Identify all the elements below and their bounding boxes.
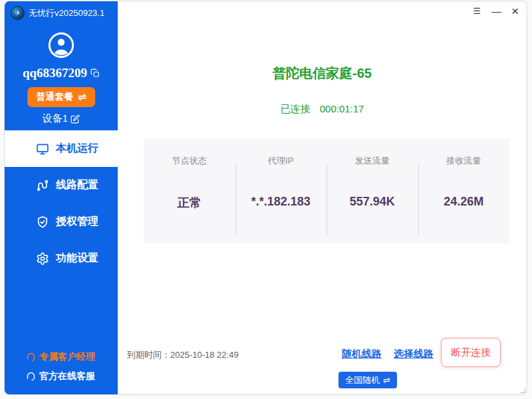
plan-label: 普通套餐: [36, 91, 73, 103]
swap-icon: ⇌: [383, 375, 390, 385]
line-links: 随机线路 选择线路: [342, 348, 434, 360]
disconnect-button[interactable]: 断开连接: [441, 338, 501, 367]
headset-icon: [26, 371, 36, 381]
monitor-icon: [36, 142, 49, 156]
username: qq68367209: [23, 66, 87, 80]
minimize-icon[interactable]: —: [491, 5, 501, 18]
footer-item-label: 专属客户经理: [39, 351, 95, 363]
stat-label: 节点状态: [144, 155, 235, 167]
sidebar-item-label: 本机运行: [56, 142, 98, 156]
swap-icon: ⇌: [78, 91, 86, 103]
stat-value: 557.94K: [327, 195, 418, 209]
sidebar-item-settings[interactable]: 功能设置: [5, 240, 118, 277]
app-brand: ✈ 无忧行v20250923.1: [11, 6, 104, 20]
connected-node-name: 普陀电信家庭-65: [118, 65, 527, 82]
stat-proxy-ip: 代理IP *.*.182.183: [235, 138, 327, 243]
stat-label: 发送流量: [327, 155, 418, 167]
plan-button[interactable]: 普通套餐 ⇌: [27, 87, 95, 107]
user-avatar-icon: [48, 32, 74, 59]
sidebar-item-local-run[interactable]: 本机运行: [5, 130, 118, 167]
sidebar-footer: 专属客户经理 官方在线客服: [5, 347, 118, 386]
username-row: qq68367209: [5, 66, 118, 80]
random-line-link[interactable]: 随机线路: [342, 348, 382, 360]
stat-label: 接收流量: [418, 155, 510, 167]
national-random-label: 全国随机: [345, 374, 380, 386]
app-window: ☰ — × ✈ 无忧行v20250923.1 qq68367209 普通套餐 ⇌: [4, 1, 527, 395]
sidebar-item-label: 线路配置: [56, 178, 98, 192]
route-icon: [36, 179, 49, 192]
status-label: 已连接: [281, 103, 311, 114]
gear-icon: [36, 252, 49, 265]
expiry-value: 2025-10-18 22:49: [170, 350, 239, 360]
main-panel: 普陀电信家庭-65 已连接 000:01:17 节点状态 正常 代理IP *.*…: [118, 1, 527, 394]
national-random-button[interactable]: 全国随机 ⇌: [338, 372, 397, 388]
stat-value: *.*.182.183: [235, 195, 327, 209]
select-line-link[interactable]: 选择线路: [394, 348, 434, 360]
connection-duration: 000:01:17: [320, 103, 364, 114]
stat-value: 正常: [144, 195, 235, 211]
app-title: 无忧行v20250923.1: [29, 7, 104, 19]
official-support-link[interactable]: 官方在线客服: [5, 366, 118, 386]
sidebar-item-line-config[interactable]: 线路配置: [5, 167, 118, 203]
headset-icon: [26, 352, 36, 362]
menu-icon[interactable]: ☰: [473, 5, 481, 18]
app-logo-icon: ✈: [11, 6, 25, 20]
vip-account-manager-link[interactable]: 专属客户经理: [5, 347, 118, 366]
sidebar: ✈ 无忧行v20250923.1 qq68367209 普通套餐 ⇌ 设备1: [5, 1, 118, 394]
window-controls: ☰ — ×: [473, 5, 519, 18]
expiry-time: 到期时间：2025-10-18 22:49: [127, 349, 239, 361]
stat-label: 代理IP: [235, 155, 327, 167]
stat-node-status: 节点状态 正常: [144, 138, 235, 243]
expiry-label: 到期时间：: [127, 350, 170, 360]
edit-icon[interactable]: [70, 114, 80, 124]
sidebar-item-label: 授权管理: [56, 215, 98, 229]
sidebar-item-label: 功能设置: [56, 251, 98, 265]
avatar: [48, 32, 74, 61]
copy-icon[interactable]: [90, 68, 100, 78]
close-icon[interactable]: ×: [511, 5, 519, 18]
sidebar-item-authorization[interactable]: 授权管理: [5, 203, 118, 240]
connection-status: 已连接 000:01:17: [118, 103, 527, 116]
device-row: 设备1: [5, 112, 118, 125]
footer-item-label: 官方在线客服: [39, 370, 95, 382]
stat-received-traffic: 接收流量 24.26M: [418, 138, 510, 243]
shield-check-icon: [36, 215, 49, 229]
sidebar-menu: 本机运行 线路配置 授权管理: [5, 130, 118, 277]
device-label: 设备1: [43, 112, 68, 125]
stats-panel: 节点状态 正常 代理IP *.*.182.183 发送流量 557.94K 接收…: [144, 138, 509, 243]
stat-value: 24.26M: [418, 195, 510, 209]
resize-grip[interactable]: [520, 388, 525, 393]
stat-sent-traffic: 发送流量 557.94K: [327, 138, 418, 243]
